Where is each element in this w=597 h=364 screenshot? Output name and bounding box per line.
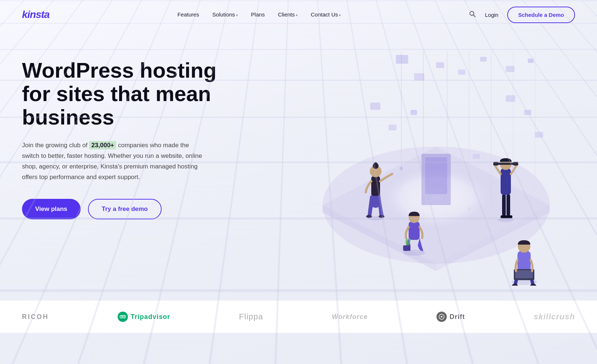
svg-rect-51 [513, 162, 518, 166]
hero-section: WordPress hosting for sites that mean bu… [0, 29, 597, 300]
svg-rect-45 [506, 194, 510, 216]
svg-rect-14 [535, 132, 543, 138]
svg-point-38 [368, 216, 384, 220]
svg-rect-11 [410, 110, 417, 115]
logo-flippa: Flippa [239, 312, 263, 322]
try-demo-button[interactable]: Try a free demo [88, 199, 162, 219]
nav-links: Features Solutions Plans Clients Contact… [177, 11, 341, 18]
svg-rect-30 [425, 157, 447, 194]
svg-rect-2 [396, 55, 408, 64]
highlight-badge: 23,000+ [89, 141, 116, 149]
svg-rect-58 [515, 270, 533, 278]
svg-rect-9 [370, 103, 380, 110]
skillcrush-label: skillcrush [534, 312, 575, 322]
ricoh-label: RICOH [22, 313, 49, 321]
svg-rect-8 [528, 59, 534, 63]
svg-rect-42 [403, 245, 410, 251]
nav-features[interactable]: Features [177, 11, 199, 18]
logo-tripadvisor: Tripadvisor [118, 312, 170, 322]
svg-rect-50 [493, 162, 498, 166]
svg-rect-48 [501, 168, 511, 195]
flippa-label: Flippa [239, 312, 263, 322]
page-wrapper: kinsta Features Solutions Plans Clients … [0, 0, 597, 364]
drift-label: Drift [450, 313, 465, 321]
nav-plans[interactable]: Plans [251, 11, 265, 18]
svg-rect-10 [388, 125, 397, 130]
hero-svg [257, 51, 557, 286]
svg-point-63 [124, 316, 125, 317]
workforce-label: Workforce [332, 313, 368, 321]
drift-icon [436, 312, 447, 322]
logo[interactable]: kinsta [22, 9, 49, 21]
nav-clients[interactable]: Clients [278, 11, 298, 18]
logo-workforce: Workforce [332, 313, 368, 321]
svg-rect-3 [414, 73, 424, 81]
hero-content: WordPress hosting for sites that mean bu… [22, 51, 235, 219]
view-plans-button[interactable]: View plans [22, 199, 81, 219]
hero-illustration [257, 51, 575, 278]
schedule-demo-button[interactable]: Schedule a Demo [507, 7, 575, 23]
hero-description: Join the growing club of 23,000+ compani… [22, 140, 205, 183]
tripadvisor-label: Tripadvisor [131, 313, 170, 321]
svg-rect-6 [480, 57, 487, 62]
svg-rect-44 [502, 194, 506, 216]
logo-drift: Drift [436, 312, 465, 322]
tripadvisor-icon [118, 312, 128, 322]
svg-rect-52 [498, 163, 514, 165]
search-icon[interactable] [469, 10, 476, 19]
svg-rect-13 [524, 110, 531, 115]
svg-rect-32 [371, 176, 380, 196]
hero-buttons: View plans Try a free demo [22, 199, 235, 219]
svg-rect-40 [409, 222, 420, 240]
logos-strip: RICOH Tripadvisor Flippa Workforce [0, 300, 597, 333]
svg-rect-47 [506, 215, 512, 218]
nav-solutions[interactable]: Solutions [212, 11, 238, 18]
logo-ricoh: RICOH [22, 313, 49, 321]
svg-rect-5 [458, 70, 465, 75]
svg-rect-56 [517, 251, 531, 272]
svg-rect-12 [506, 95, 515, 102]
logo-skillcrush: skillcrush [534, 312, 575, 322]
svg-point-62 [121, 316, 122, 317]
nav-right: Login Schedule a Demo [469, 7, 575, 23]
login-link[interactable]: Login [485, 12, 498, 18]
svg-point-35 [374, 162, 377, 166]
nav-contact[interactable]: Contact Us [311, 11, 341, 18]
navigation: kinsta Features Solutions Plans Clients … [0, 0, 597, 29]
hero-title: WordPress hosting for sites that mean bu… [22, 59, 235, 129]
svg-rect-4 [436, 62, 444, 68]
svg-line-1 [473, 15, 476, 17]
